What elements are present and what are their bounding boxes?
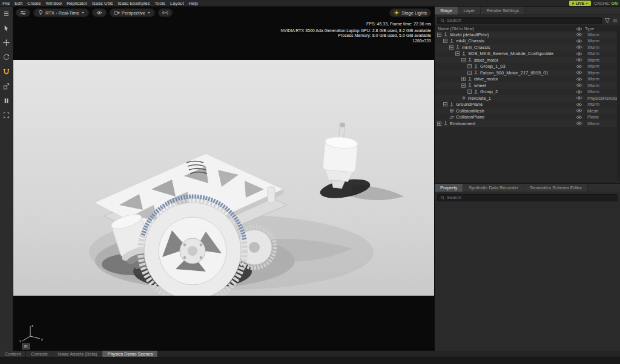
stage-tree-row-drive-motor[interactable]: +drive_motorXform — [435, 76, 620, 83]
viewport[interactable]: RTX - Real-TimePerspective Stage Lights … — [13, 7, 434, 351]
stage-tree-row-group-1-03[interactable]: Group_1_03Xform — [435, 63, 620, 70]
menu-item-help[interactable]: Help — [186, 0, 200, 7]
snap-icon — [3, 68, 10, 75]
menu-item-layout[interactable]: Layout — [168, 0, 186, 7]
prim-name: Revolute_1 — [468, 96, 491, 101]
search-icon — [440, 195, 445, 200]
collapse-expander-icon[interactable]: − — [461, 83, 466, 88]
axis-x-label: x — [19, 339, 21, 343]
tab-render-settings[interactable]: Render Settings — [481, 7, 525, 15]
collapse-expander-icon[interactable]: − — [461, 58, 466, 62]
menu-item-tools[interactable]: Tools — [153, 0, 168, 7]
snap-tool-button[interactable] — [2, 67, 12, 76]
search-icon — [440, 18, 445, 23]
visibility-eye-icon[interactable] — [576, 45, 582, 50]
live-button[interactable]: LIVE — [569, 1, 591, 6]
filter-funnel-icon[interactable] — [604, 18, 610, 24]
bottom-tab-console[interactable]: Console — [26, 351, 53, 357]
pause-icon — [3, 97, 10, 104]
scale-tool-button[interactable] — [2, 81, 12, 91]
tab-layer[interactable]: Layer — [458, 7, 481, 15]
xform-icon — [443, 32, 448, 37]
visibility-eye-icon[interactable] — [576, 115, 582, 120]
property-search-input[interactable]: Search — [437, 194, 618, 201]
column-type-header[interactable]: Type — [585, 27, 594, 31]
stage-tree-row-falcon-500-motor-217-6515-01[interactable]: Falcon_500_Motor_217_6515_01Xform — [435, 70, 620, 76]
visibility-eye-icon[interactable] — [576, 32, 582, 37]
collapse-expander-icon[interactable]: − — [443, 39, 447, 43]
stage-tree-row-mk4i-chassis[interactable]: −mk4i_ChassisXform — [435, 38, 620, 45]
visibility-eye-icon[interactable] — [576, 39, 582, 44]
stage-tree-row-collisionmesh[interactable]: CollisionMeshMesh — [435, 108, 620, 114]
collapse-expander-icon[interactable]: − — [437, 33, 441, 37]
menu-item-file[interactable]: File — [0, 0, 12, 7]
viewport-canvas[interactable] — [13, 60, 434, 296]
collapse-expander-icon[interactable]: − — [443, 102, 447, 106]
visibility-eye-icon[interactable] — [576, 64, 582, 69]
visibility-eye-icon[interactable] — [576, 89, 582, 94]
menu-item-window[interactable]: Window — [44, 0, 65, 7]
stage-tree-row-world-defaultprim[interactable]: −World (defaultPrim)Xform — [435, 31, 620, 38]
stage-tree-row-revolute-1[interactable]: Revolute_1PhysicsRevoluteJ... — [435, 95, 620, 102]
prim-type: Plane — [585, 114, 619, 120]
stage-scrollbar[interactable] — [617, 31, 620, 181]
stage-tree-row-groundplane[interactable]: −GroundPlaneXform — [435, 102, 620, 108]
hamburger-tool-button[interactable] — [2, 8, 12, 18]
perspective-button[interactable]: Perspective — [110, 8, 155, 17]
menu-item-replicator[interactable]: Replicator — [64, 0, 90, 7]
frame-tool-button[interactable] — [2, 110, 12, 120]
bottom-tab-physics-demo-scenes[interactable]: Physics Demo Scenes — [102, 351, 158, 357]
tab-stage[interactable]: Stage — [435, 7, 458, 15]
collapse-expander-icon[interactable]: − — [449, 45, 453, 50]
stage-tree-row-collisionplane[interactable]: CollisionPlanePlane — [435, 114, 620, 121]
prim-name: Environment — [450, 121, 475, 126]
move-tool-button[interactable] — [2, 37, 12, 47]
tab-semantics-schema-editor[interactable]: Semantics Schema Editor — [524, 184, 588, 192]
rtx-real-time-button[interactable]: RTX - Real-Time — [33, 8, 89, 17]
stage-tree-row-wheel[interactable]: −wheelXform — [435, 82, 620, 89]
menu-item-isaac-examples[interactable]: Isaac Examples — [116, 0, 153, 7]
stage-search-input[interactable]: Search — [437, 17, 602, 24]
visibility-eye-icon[interactable] — [576, 96, 582, 100]
menu-item-edit[interactable]: Edit — [12, 0, 25, 7]
stage-tree-row-mk4i-chassis[interactable]: −mk4i_ChassisXform — [435, 44, 620, 51]
leaf-box-icon[interactable] — [467, 64, 472, 68]
visibility-eye-icon[interactable] — [576, 121, 582, 126]
pause-tool-button[interactable] — [2, 96, 12, 105]
settings-sliders-button[interactable] — [16, 8, 30, 17]
visibility-eye-icon[interactable] — [576, 51, 582, 56]
menu-item-isaac-utils[interactable]: Isaac Utils — [90, 0, 116, 7]
tab-property[interactable]: Property — [435, 184, 463, 192]
frame-icon — [3, 112, 10, 119]
leaf-box-icon[interactable] — [467, 71, 472, 75]
stage-tree-row-environment[interactable]: +EnvironmentXform — [435, 120, 620, 127]
options-list-icon[interactable] — [613, 18, 618, 23]
bottom-tab-isaac-assets-beta[interactable]: Isaac Assets (Beta) — [53, 351, 103, 357]
prim-type: Xform — [585, 70, 619, 76]
stage-tree-row-sds-mk4i-swerve-module-configurable[interactable]: −SDS_MK4i_Swerve_Module_ConfigurableXfor… — [435, 51, 620, 57]
viewport-3d-render — [13, 60, 434, 296]
column-name-header[interactable]: Name (Old to New) — [435, 27, 474, 31]
menu-item-create[interactable]: Create — [25, 0, 44, 7]
collapse-expander-icon[interactable]: − — [455, 51, 460, 56]
visibility-eye-icon[interactable] — [576, 70, 582, 75]
stage-tree-row-group-2[interactable]: Group_2Xform — [435, 89, 620, 96]
eye-button[interactable] — [92, 8, 107, 17]
rotate-tool-button[interactable] — [2, 52, 12, 62]
waveform-button[interactable] — [158, 8, 173, 17]
bottom-tab-content[interactable]: Content — [0, 351, 26, 357]
expand-expander-icon[interactable]: + — [437, 122, 441, 126]
visibility-eye-icon[interactable] — [576, 102, 582, 107]
tab-synthetic-data-recorder[interactable]: Synthetic Data Recorder — [463, 184, 524, 192]
select-tool-button[interactable] — [2, 23, 12, 33]
hamburger-icon — [3, 10, 10, 17]
prim-type: Xform — [585, 102, 619, 107]
stage-lights-button[interactable]: Stage Lights — [389, 8, 431, 17]
visibility-eye-icon[interactable] — [576, 108, 582, 113]
stage-tree-row-steer-motor[interactable]: −steer_motorXform — [435, 57, 620, 63]
expand-expander-icon[interactable]: + — [461, 77, 466, 81]
visibility-eye-icon[interactable] — [576, 83, 582, 88]
visibility-eye-icon[interactable] — [576, 77, 582, 82]
leaf-box-icon[interactable] — [467, 89, 472, 94]
visibility-eye-icon[interactable] — [576, 57, 582, 62]
